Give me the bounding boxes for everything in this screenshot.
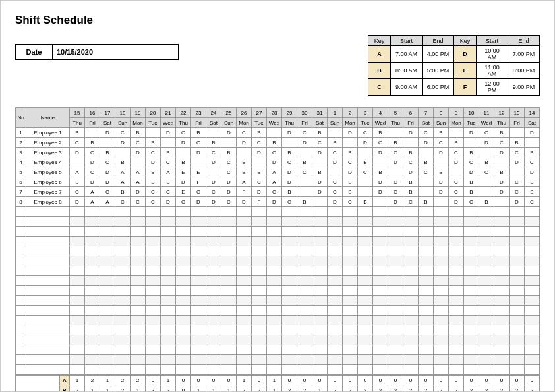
- empty-cell[interactable]: [434, 207, 449, 217]
- shift-cell[interactable]: C: [358, 167, 373, 177]
- shift-cell[interactable]: D: [403, 128, 419, 138]
- empty-cell[interactable]: [146, 345, 161, 355]
- empty-cell[interactable]: [115, 286, 131, 296]
- shift-cell[interactable]: [510, 128, 525, 138]
- empty-cell[interactable]: [297, 296, 312, 306]
- empty-cell[interactable]: [252, 246, 267, 256]
- empty-cell[interactable]: [297, 365, 312, 375]
- empty-cell[interactable]: [328, 335, 343, 345]
- empty-cell[interactable]: [70, 237, 85, 246]
- shift-cell[interactable]: D: [70, 148, 85, 157]
- shift-cell[interactable]: B: [494, 128, 510, 138]
- empty-cell[interactable]: [161, 286, 176, 296]
- empty-cell[interactable]: [419, 246, 434, 256]
- empty-cell[interactable]: [494, 276, 510, 286]
- empty-cell[interactable]: [464, 256, 479, 266]
- shift-cell[interactable]: C: [525, 197, 540, 207]
- empty-cell[interactable]: [161, 207, 176, 217]
- empty-cell[interactable]: [70, 296, 85, 306]
- empty-cell[interactable]: [419, 296, 434, 306]
- empty-cell[interactable]: [449, 306, 464, 316]
- shift-cell[interactable]: [297, 177, 312, 187]
- empty-cell[interactable]: [388, 207, 403, 217]
- shift-cell[interactable]: B: [403, 177, 419, 187]
- empty-cell[interactable]: [479, 237, 494, 246]
- empty-cell[interactable]: [70, 217, 85, 227]
- empty-cell[interactable]: [494, 296, 510, 306]
- empty-cell[interactable]: [464, 335, 479, 345]
- empty-cell[interactable]: [146, 207, 161, 217]
- empty-cell[interactable]: [419, 316, 434, 325]
- shift-cell[interactable]: A: [85, 197, 100, 207]
- empty-cell[interactable]: [16, 256, 26, 266]
- empty-cell[interactable]: [449, 276, 464, 286]
- empty-cell[interactable]: [26, 207, 70, 217]
- shift-cell[interactable]: B: [237, 167, 252, 177]
- empty-cell[interactable]: [237, 365, 252, 375]
- empty-cell[interactable]: [464, 286, 479, 296]
- empty-cell[interactable]: [510, 365, 525, 375]
- shift-cell[interactable]: D: [525, 128, 540, 138]
- empty-cell[interactable]: [267, 345, 282, 355]
- empty-cell[interactable]: [510, 266, 525, 276]
- shift-cell[interactable]: A: [237, 177, 252, 187]
- empty-cell[interactable]: [419, 237, 434, 246]
- shift-cell[interactable]: C: [115, 197, 131, 207]
- shift-cell[interactable]: B: [191, 128, 206, 138]
- empty-cell[interactable]: [191, 266, 206, 276]
- empty-cell[interactable]: [252, 217, 267, 227]
- empty-cell[interactable]: [358, 306, 373, 316]
- empty-cell[interactable]: [252, 266, 267, 276]
- empty-cell[interactable]: [100, 266, 115, 276]
- shift-cell[interactable]: D: [191, 197, 206, 207]
- shift-cell[interactable]: A: [267, 177, 282, 187]
- empty-cell[interactable]: [237, 276, 252, 286]
- empty-cell[interactable]: [146, 246, 161, 256]
- empty-cell[interactable]: [252, 335, 267, 345]
- shift-cell[interactable]: [146, 128, 161, 138]
- shift-cell[interactable]: C: [343, 197, 358, 207]
- empty-cell[interactable]: [131, 237, 146, 246]
- shift-cell[interactable]: D: [176, 138, 191, 148]
- empty-cell[interactable]: [479, 325, 494, 335]
- empty-cell[interactable]: [161, 266, 176, 276]
- empty-cell[interactable]: [16, 266, 26, 276]
- empty-cell[interactable]: [26, 365, 70, 375]
- empty-cell[interactable]: [267, 355, 282, 365]
- empty-cell[interactable]: [328, 237, 343, 246]
- shift-cell[interactable]: D: [464, 167, 479, 177]
- empty-cell[interactable]: [464, 276, 479, 286]
- empty-cell[interactable]: [388, 266, 403, 276]
- empty-cell[interactable]: [388, 345, 403, 355]
- empty-cell[interactable]: [434, 316, 449, 325]
- shift-cell[interactable]: B: [282, 187, 297, 197]
- shift-cell[interactable]: C: [161, 157, 176, 167]
- empty-cell[interactable]: [343, 365, 358, 375]
- empty-cell[interactable]: [328, 316, 343, 325]
- empty-cell[interactable]: [146, 286, 161, 296]
- shift-cell[interactable]: [161, 138, 176, 148]
- shift-cell[interactable]: D: [434, 187, 449, 197]
- shift-cell[interactable]: D: [131, 187, 146, 197]
- shift-cell[interactable]: C: [373, 138, 388, 148]
- empty-cell[interactable]: [494, 227, 510, 237]
- shift-cell[interactable]: B: [464, 177, 479, 187]
- shift-cell[interactable]: D: [525, 167, 540, 177]
- empty-cell[interactable]: [434, 286, 449, 296]
- empty-cell[interactable]: [328, 246, 343, 256]
- shift-cell[interactable]: D: [312, 148, 328, 157]
- empty-cell[interactable]: [161, 296, 176, 306]
- shift-cell[interactable]: B: [464, 187, 479, 197]
- empty-cell[interactable]: [206, 286, 221, 296]
- shift-cell[interactable]: D: [328, 157, 343, 167]
- empty-cell[interactable]: [525, 256, 540, 266]
- empty-cell[interactable]: [16, 306, 26, 316]
- empty-cell[interactable]: [525, 276, 540, 286]
- empty-cell[interactable]: [191, 316, 206, 325]
- empty-cell[interactable]: [191, 237, 206, 246]
- empty-cell[interactable]: [464, 246, 479, 256]
- shift-cell[interactable]: [100, 138, 115, 148]
- empty-cell[interactable]: [16, 355, 26, 365]
- empty-cell[interactable]: [328, 296, 343, 306]
- shift-cell[interactable]: C: [85, 148, 100, 157]
